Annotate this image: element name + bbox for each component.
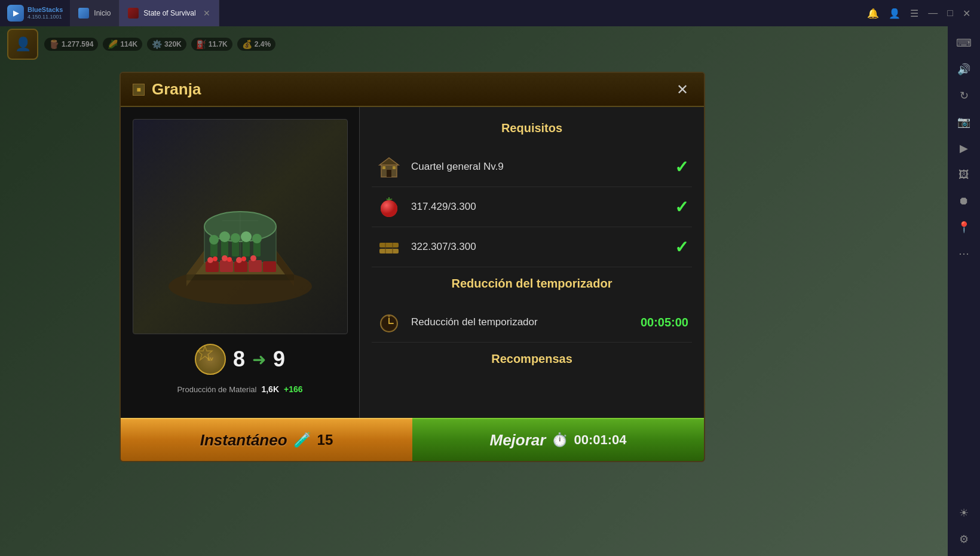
sidebar-screenshot-icon[interactable]: 📷 [952,110,976,134]
timer-icon [375,308,403,336]
sidebar-brightness-icon[interactable]: ☀ [952,501,976,525]
level-next: 9 [273,347,285,372]
building-scene [133,120,347,334]
sidebar-settings-icon[interactable]: ⚙ [952,527,976,551]
svg-point-28 [241,256,246,261]
tab-inicio-icon [78,8,89,19]
svg-rect-35 [382,166,385,169]
dialog-header: ■ Granja ✕ [121,73,704,107]
req-hq-icon [375,153,403,181]
req-hq-check: ✓ [675,157,688,177]
svg-point-38 [381,200,397,217]
timer-reduction-label: Reducción del temporizador [411,316,632,328]
planks-icon [376,234,402,259]
svg-rect-19 [220,260,233,272]
upgrade-button-label: Mejorar [490,431,546,450]
bluestacks-logo-icon: ▶ [7,5,24,22]
menu-icon[interactable]: ☰ [910,8,918,19]
req-wood-check: ✓ [675,237,688,257]
production-label: Producción de Material [177,385,256,394]
level-current: 8 [233,347,245,372]
dialog-footer: Instantáneo 🧪 15 Mejorar ⏱️ 00:01:04 [121,418,704,461]
req-item-food: 317.429/3.300 ✓ [372,187,692,227]
timer-reduction-title: Reducción del temporizador [372,272,692,295]
req-wood-text: 322.307/3.300 [411,241,666,253]
dialog-body: LV 8 ➜ 9 Producción de Material 1,6K +16… [121,107,704,418]
tab-inicio-label: Inicio [94,9,111,17]
building-image [133,119,348,334]
dialog-title-icon: ■ [133,84,145,96]
sidebar-rotate-icon[interactable]: ↻ [952,84,976,108]
level-badge-text: LV [207,356,213,362]
svg-rect-34 [387,170,391,177]
upgrade-timer-icon: ⏱️ [552,432,568,448]
tomato-icon [376,194,402,219]
restore-icon[interactable]: □ [947,8,953,19]
sidebar-more-icon[interactable]: ⋯ [952,242,976,265]
dialog-title: Granja [152,80,201,99]
instant-upgrade-button[interactable]: Instantáneo 🧪 15 [121,418,412,461]
svg-rect-18 [206,261,219,272]
rewards-title: Recompensas [372,347,692,371]
account-icon[interactable]: 👤 [889,8,901,19]
svg-point-15 [241,231,252,242]
svg-point-9 [209,235,219,245]
sidebar-location-icon[interactable]: 📍 [952,215,976,239]
bluestacks-logo: ▶ BlueStacks 4.150.11.1001 [0,5,70,22]
tab-inicio[interactable]: Inicio [70,0,120,26]
close-window-icon[interactable]: ✕ [963,8,970,19]
svg-marker-30 [186,274,294,280]
svg-point-29 [250,255,256,261]
sidebar-record-icon[interactable]: ⏺ [952,189,976,213]
svg-point-23 [207,257,213,263]
badge-svg [196,345,214,363]
req-food-icon [375,193,403,221]
instant-button-icon: 🧪 [293,432,311,448]
svg-rect-40 [379,249,399,253]
svg-rect-21 [249,260,262,272]
svg-point-11 [219,231,230,242]
production-bonus: +166 [284,384,303,394]
svg-rect-22 [263,261,276,272]
dialog-close-button[interactable]: ✕ [670,78,694,102]
svg-point-25 [222,255,228,261]
sidebar-video-icon[interactable]: ▶ [952,136,976,160]
svg-point-17 [252,234,262,243]
sidebar-volume-icon[interactable]: 🔊 [952,57,976,81]
req-food-text: 317.429/3.300 [411,201,666,213]
sidebar-photo-icon[interactable]: 🖼 [952,163,976,187]
level-arrow-icon: ➜ [252,350,266,369]
upgrade-button[interactable]: Mejorar ⏱️ 00:01:04 [412,418,704,461]
bluestacks-sidebar: ⌨ 🔊 ↻ 📷 ▶ 🖼 ⏺ 📍 ⋯ ☀ ⚙ [948,26,980,556]
clock-icon [376,310,402,335]
granja-dialog: ■ Granja ✕ [120,72,705,462]
dialog-left-panel: LV 8 ➜ 9 Producción de Material 1,6K +16… [121,107,360,418]
req-wood-icon [375,233,403,261]
notification-icon[interactable]: 🔔 [867,8,879,19]
svg-point-24 [213,256,218,261]
svg-point-26 [227,257,232,262]
upgrade-button-time: 00:01:04 [574,432,626,448]
req-food-check: ✓ [675,197,688,217]
minimize-icon[interactable]: — [928,8,938,19]
tab-game-label: State of Survival [143,9,195,17]
svg-point-13 [231,233,240,243]
timer-reduction-item: Reducción del temporizador 00:05:00 [372,303,692,343]
tab-close-btn[interactable]: ✕ [203,8,210,18]
svg-rect-39 [379,243,399,248]
svg-rect-47 [388,314,390,317]
svg-point-27 [236,257,242,263]
bluestacks-titlebar: ▶ BlueStacks 4.150.11.1001 Inicio State … [0,0,980,26]
production-value: 1,6K [261,384,279,394]
instant-button-cost: 15 [317,432,333,448]
sidebar-keyboard-icon[interactable]: ⌨ [952,31,976,55]
req-hq-text: Cuartel general Nv.9 [411,161,666,173]
svg-marker-33 [379,158,399,165]
tab-state-of-survival[interactable]: State of Survival ✕ [120,0,219,26]
svg-rect-20 [234,261,247,272]
farm-illustration [151,143,330,310]
svg-rect-36 [393,166,396,169]
timer-reduction-value: 00:05:00 [641,316,688,329]
level-badge: LV [195,344,226,375]
timer-reduction-section: Reducción del temporizador Reducción del… [372,272,692,343]
